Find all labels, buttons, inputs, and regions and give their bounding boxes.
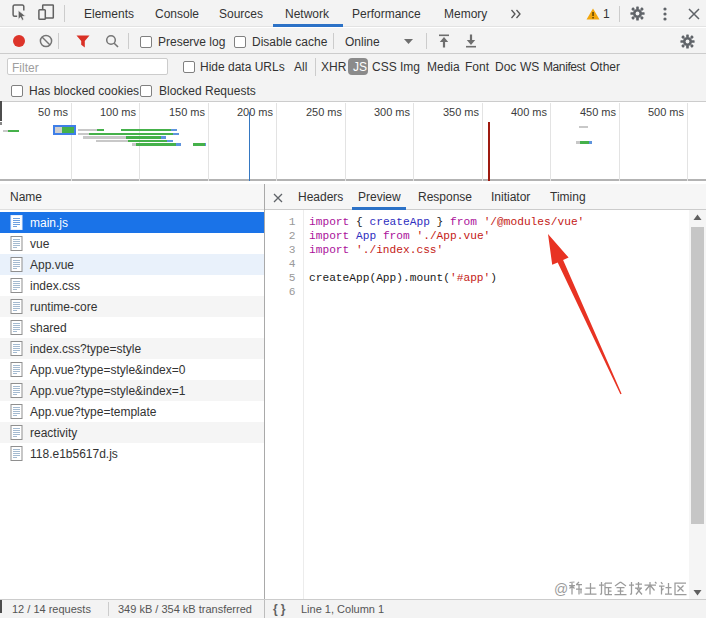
svg-text:@: @ — [554, 581, 568, 597]
